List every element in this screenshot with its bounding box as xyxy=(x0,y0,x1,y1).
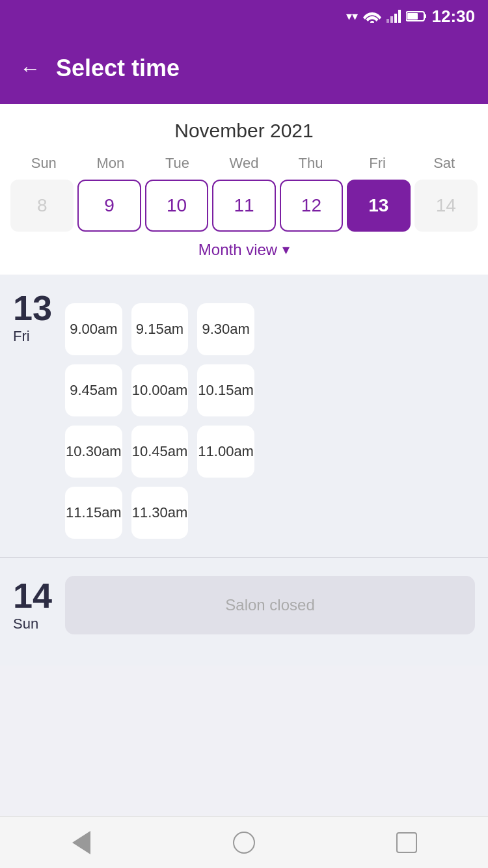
time-slot-1015am[interactable]: 10.15am xyxy=(197,364,254,416)
weekday-sat: Sat xyxy=(411,155,478,172)
day-13[interactable]: 13 xyxy=(347,180,410,232)
signal-icon xyxy=(386,10,401,23)
wifi-icon xyxy=(363,10,381,23)
weekday-mon: Mon xyxy=(77,155,144,172)
battery-icon xyxy=(406,10,427,22)
svg-rect-2 xyxy=(390,16,393,23)
day-14[interactable]: 14 xyxy=(414,180,478,232)
time-slot-930am[interactable]: 9.30am xyxy=(197,303,254,355)
weekday-tue: Tue xyxy=(144,155,211,172)
day-9[interactable]: 9 xyxy=(77,180,141,232)
day-14-section: 14 Sun Salon closed xyxy=(0,558,488,653)
wifi-icon: ▾▾ xyxy=(346,9,358,23)
day-10[interactable]: 10 xyxy=(145,180,208,232)
status-icons: ▾▾ 12:30 xyxy=(346,7,476,27)
recent-nav-icon xyxy=(396,832,417,853)
salon-closed-box: Salon closed xyxy=(65,576,475,634)
day-8[interactable]: 8 xyxy=(10,180,74,232)
day-14-info: 14 Sun xyxy=(13,578,52,632)
status-time: 12:30 xyxy=(432,7,476,27)
page-title: Select time xyxy=(56,55,180,82)
salon-closed-text: Salon closed xyxy=(225,596,314,614)
day-13-header: 13 Fri 9.00am 9.15am 9.30am 9.45am 10.00… xyxy=(13,290,475,539)
home-nav-icon xyxy=(233,832,255,854)
weekday-sun: Sun xyxy=(10,155,77,172)
day-12[interactable]: 12 xyxy=(280,180,343,232)
svg-rect-3 xyxy=(394,14,397,23)
nav-back-button[interactable] xyxy=(65,826,98,859)
app-header: ← Select time xyxy=(0,33,488,104)
svg-rect-1 xyxy=(386,19,389,23)
status-bar: ▾▾ 12:30 xyxy=(0,0,488,33)
weekdays-row: Sun Mon Tue Wed Thu Fri Sat xyxy=(10,155,478,172)
chevron-down-icon: ▾ xyxy=(282,241,290,258)
time-slot-1115am[interactable]: 11.15am xyxy=(65,487,122,539)
bottom-nav xyxy=(0,816,488,868)
day-13-section: 13 Fri 9.00am 9.15am 9.30am 9.45am 10.00… xyxy=(0,275,488,539)
back-nav-icon xyxy=(72,831,90,854)
svg-rect-6 xyxy=(424,14,426,18)
weekday-wed: Wed xyxy=(211,155,278,172)
back-button[interactable]: ← xyxy=(20,58,40,79)
nav-recent-button[interactable] xyxy=(390,826,423,859)
time-slot-915am[interactable]: 9.15am xyxy=(131,303,189,355)
time-slot-1045am[interactable]: 10.45am xyxy=(131,426,189,478)
weekday-thu: Thu xyxy=(277,155,344,172)
day-14-number: 14 xyxy=(13,578,52,613)
time-slot-1000am[interactable]: 10.00am xyxy=(131,364,189,416)
svg-rect-7 xyxy=(407,13,418,20)
nav-home-button[interactable] xyxy=(228,826,260,859)
day-14-name: Sun xyxy=(13,616,52,632)
time-slot-1100am[interactable]: 11.00am xyxy=(197,426,254,478)
month-view-toggle[interactable]: Month view ▾ xyxy=(10,232,478,264)
day-13-time-grid: 9.00am 9.15am 9.30am 9.45am 10.00am 10.1… xyxy=(65,303,254,539)
time-slots-container: 13 Fri 9.00am 9.15am 9.30am 9.45am 10.00… xyxy=(0,275,488,666)
time-slot-1130am[interactable]: 11.30am xyxy=(131,487,189,539)
time-slot-900am[interactable]: 9.00am xyxy=(65,303,122,355)
month-year-label: November 2021 xyxy=(10,120,478,142)
day-13-info: 13 Fri xyxy=(13,290,52,345)
svg-point-0 xyxy=(370,21,374,23)
day-13-name: Fri xyxy=(13,328,52,345)
weekday-fri: Fri xyxy=(344,155,411,172)
calendar-section: November 2021 Sun Mon Tue Wed Thu Fri Sa… xyxy=(0,104,488,275)
day-11[interactable]: 11 xyxy=(212,180,275,232)
month-view-label: Month view xyxy=(198,241,277,259)
calendar-days: 8 9 10 11 12 13 14 xyxy=(10,180,478,232)
svg-rect-4 xyxy=(398,10,401,23)
time-slot-1030am[interactable]: 10.30am xyxy=(65,426,122,478)
day-13-number: 13 xyxy=(13,290,52,325)
time-slot-945am[interactable]: 9.45am xyxy=(65,364,122,416)
